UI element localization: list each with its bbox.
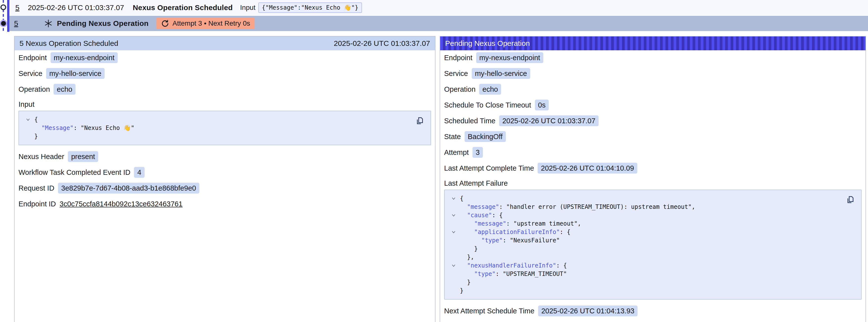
copy-button[interactable] (846, 195, 855, 204)
temporal-event-history-screen: 5 2025-02-26 UTC 01:03:37.07 Nexus Opera… (0, 0, 868, 322)
json-code: "type": "NexusFailure" (460, 236, 560, 245)
selected-event-indicator-bar (7, 0, 9, 32)
service-value: my-hello-service (46, 68, 104, 79)
collapse-chevron-icon[interactable] (25, 117, 31, 122)
json-line: } (25, 132, 425, 140)
json-code: } (460, 278, 470, 287)
json-line: "message": "upstream timeout", (451, 219, 855, 228)
collapse-chevron-icon[interactable] (451, 213, 456, 218)
field-label: Endpoint (19, 54, 47, 62)
field-row: Endpoint my-nexus-endpoint (19, 52, 431, 63)
json-line: }, (451, 253, 855, 261)
field-label: Nexus Header (19, 153, 64, 161)
scheduled-time-value: 2025-02-26 UTC 01:03:37.07 (499, 116, 598, 126)
operation-value: echo (54, 84, 75, 95)
field-row: Endpoint ID 3c0c75ccfa8144b092c13ce63246… (19, 198, 431, 209)
field-row: Attempt 3 (444, 147, 862, 158)
json-code: } (34, 132, 38, 140)
field-row: Scheduled Time 2025-02-26 UTC 01:03:37.0… (444, 116, 862, 126)
field-label: Service (19, 69, 42, 78)
state-value: BackingOff (465, 131, 506, 142)
scheduled-panel-timestamp: 2025-02-26 UTC 01:03:37.07 (334, 39, 430, 47)
field-label: Operation (444, 85, 475, 93)
event-id-link[interactable]: 5 (15, 3, 20, 12)
json-line: "type": "UPSTREAM_TIMEOUT" (451, 270, 855, 278)
pending-event-title: Pending Nexus Operation (57, 19, 149, 28)
json-line: "nexusHandlerFailureInfo": { (451, 261, 855, 270)
attempt-value: 3 (472, 147, 483, 158)
field-row: Operation echo (19, 84, 431, 95)
json-code: } (460, 245, 478, 253)
endpoint-value: my-nexus-endpoint (476, 52, 544, 63)
failure-json-block: { "message": "handler error (UPSTREAM_TI… (444, 190, 862, 299)
endpoint-value: my-nexus-endpoint (51, 52, 118, 63)
field-label: Scheduled Time (444, 117, 495, 125)
collapse-chevron-icon[interactable] (451, 196, 456, 201)
json-line: { (451, 194, 855, 203)
json-line: } (451, 245, 855, 253)
field-label: Service (444, 69, 468, 78)
input-inline-label: Input (240, 4, 255, 11)
field-label: Workflow Task Completed Event ID (19, 168, 130, 176)
scheduled-event-panel: 5 Nexus Operation Scheduled 2025-02-26 U… (14, 36, 435, 322)
field-label: Endpoint ID (19, 200, 56, 208)
copy-icon (415, 117, 424, 125)
json-line: } (451, 278, 855, 287)
next-attempt-schedule-time-value: 2025-02-26 UTC 01:04:13.93 (538, 305, 638, 316)
json-line: } (451, 287, 855, 295)
json-code: "type": "UPSTREAM_TIMEOUT" (460, 270, 567, 278)
field-row: Endpoint my-nexus-endpoint (444, 52, 862, 63)
copy-button[interactable] (415, 116, 425, 126)
json-code: "cause": { (460, 211, 503, 219)
json-code: { (34, 116, 38, 124)
input-section-label: Input (19, 100, 431, 108)
json-code: "nexusHandlerFailureInfo": { (460, 261, 567, 270)
field-row: State BackingOff (444, 131, 862, 142)
json-code: "applicationFailureInfo": { (460, 228, 570, 236)
json-code: { (460, 194, 463, 203)
field-label: Last Attempt Complete Time (444, 164, 534, 172)
event-timestamp: 2025-02-26 UTC 01:03:37.07 (28, 3, 124, 12)
field-row: Schedule To Close Timeout 0s (444, 100, 862, 110)
scheduled-panel-header: 5 Nexus Operation Scheduled 2025-02-26 U… (14, 36, 435, 50)
workflow-task-completed-event-id-value: 4 (134, 167, 144, 178)
field-row: Service my-hello-service (444, 68, 862, 79)
json-code: "message": "handler error (UPSTREAM_TIME… (460, 203, 695, 211)
json-line: { (25, 116, 425, 124)
collapse-chevron-icon[interactable] (451, 229, 456, 235)
field-label: State (444, 133, 461, 141)
pending-panel-title: Pending Nexus Operation (445, 39, 530, 47)
field-row: Workflow Task Completed Event ID 4 (19, 167, 431, 178)
json-line: "type": "NexusFailure" (451, 236, 855, 245)
field-row: Service my-hello-service (19, 68, 431, 79)
event-title: Nexus Operation Scheduled (133, 3, 232, 12)
schedule-to-close-timeout-value: 0s (535, 100, 549, 110)
retry-badge-text: Attempt 3 • Next Retry 0s (173, 20, 250, 27)
copy-icon (846, 195, 855, 204)
field-label: Attempt (444, 149, 469, 157)
nexus-header-value: present (68, 151, 98, 162)
scheduled-panel-title: 5 Nexus Operation Scheduled (20, 39, 118, 47)
request-id-value: 3e829b7e-7d67-4b08-aad3-b1e868bfe9e0 (58, 183, 199, 194)
last-attempt-failure-label: Last Attempt Failure (444, 179, 862, 187)
event-row-pending-nexus-operation[interactable]: 5 Pending Nexus Operation Attempt 3 • Ne… (9, 16, 868, 31)
json-code: }, (460, 253, 474, 261)
field-label: Endpoint (444, 54, 472, 62)
field-row: Last Attempt Complete Time 2025-02-26 UT… (444, 163, 862, 173)
operation-value: echo (479, 84, 501, 95)
json-line: "cause": { (451, 211, 855, 219)
field-row: Nexus Header present (19, 151, 431, 162)
endpoint-id-link[interactable]: 3c0c75ccfa8144b092c13ce632463761 (60, 200, 183, 208)
field-label: Operation (19, 85, 50, 93)
event-id-link[interactable]: 5 (14, 19, 18, 28)
pending-asterisk-icon (44, 19, 53, 28)
service-value: my-hello-service (472, 68, 530, 79)
collapse-chevron-icon[interactable] (451, 263, 456, 268)
timeline-marker-pending (1, 21, 6, 26)
pending-panel-header: Pending Nexus Operation (440, 36, 866, 50)
event-row-nexus-operation-scheduled[interactable]: 5 2025-02-26 UTC 01:03:37.07 Nexus Opera… (9, 0, 868, 15)
field-label: Schedule To Close Timeout (444, 101, 531, 109)
json-line: "Message": "Nexus Echo 👋" (25, 124, 425, 132)
retry-attempt-badge: Attempt 3 • Next Retry 0s (156, 18, 255, 29)
timeline-marker-scheduled (0, 4, 6, 10)
